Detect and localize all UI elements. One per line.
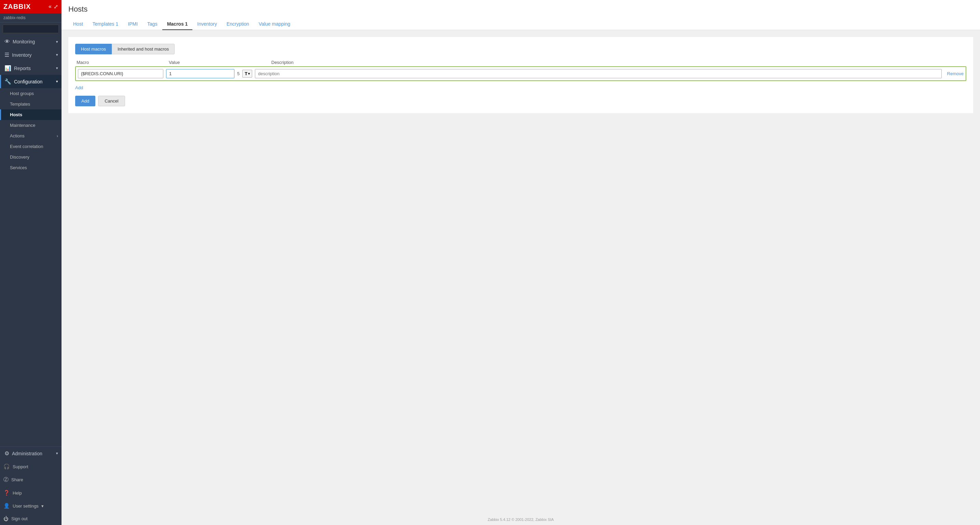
- sign-out-icon: ⏻: [3, 516, 8, 522]
- host-groups-label: Host groups: [10, 91, 34, 96]
- tab-value-mapping[interactable]: Value mapping: [254, 19, 295, 30]
- sidebar-item-help[interactable]: ❓ Help: [0, 486, 62, 500]
- share-icon: Ⓩ: [3, 476, 8, 483]
- tab-macros[interactable]: Macros 1: [162, 19, 193, 30]
- support-icon: 🎧: [3, 463, 10, 469]
- hosts-label: Hosts: [10, 112, 22, 117]
- support-label: Support: [13, 464, 29, 469]
- macro-description-input[interactable]: [255, 69, 942, 78]
- macro-remove-link[interactable]: Remove: [947, 71, 964, 76]
- macro-type-label: T: [245, 71, 247, 76]
- sidebar-item-share[interactable]: Ⓩ Share: [0, 473, 62, 486]
- sidebar-item-user-settings[interactable]: 👤 User settings ▾: [0, 500, 62, 512]
- inherited-macros-button[interactable]: Inherited and host macros: [112, 44, 175, 54]
- sidebar-user: zabbix-redis: [0, 13, 62, 22]
- macro-value-extra: 5: [237, 71, 240, 76]
- host-macros-button[interactable]: Host macros: [75, 44, 112, 54]
- macro-name-input[interactable]: [78, 69, 163, 78]
- sidebar-item-hosts[interactable]: Hosts: [0, 110, 62, 120]
- inventory-icon: ☰: [5, 52, 9, 58]
- tab-ipmi[interactable]: IPMI: [123, 19, 143, 30]
- search-input[interactable]: [3, 25, 59, 33]
- maintenance-label: Maintenance: [10, 123, 35, 128]
- user-settings-label: User settings: [13, 503, 38, 509]
- footer-text: Zabbix 5.4.12 © 2001-2022, Zabbix SIA: [488, 517, 554, 522]
- logo: ZABBIX: [3, 3, 31, 11]
- sidebar-item-host-groups[interactable]: Host groups: [0, 88, 62, 99]
- sidebar-item-discovery[interactable]: Discovery: [0, 152, 62, 162]
- tab-host[interactable]: Host: [68, 19, 88, 30]
- configuration-label: Configuration: [14, 79, 42, 84]
- chevron-reports-icon: ▾: [56, 66, 58, 70]
- help-label: Help: [13, 490, 22, 496]
- reports-icon: 📊: [5, 65, 11, 72]
- chevron-configuration-icon: ▾: [56, 79, 58, 84]
- inventory-label: Inventory: [12, 52, 32, 58]
- tab-tags[interactable]: Tags: [143, 19, 162, 30]
- services-label: Services: [10, 165, 27, 170]
- sidebar-header: ZABBIX « ⤢: [0, 0, 62, 13]
- tab-inventory[interactable]: Inventory: [192, 19, 222, 30]
- administration-icon: ⚙: [5, 450, 9, 457]
- main-content: Hosts Host Templates 1 IPMI Tags Macros …: [62, 0, 980, 525]
- page-title: Hosts: [68, 5, 973, 14]
- macro-col-header-value: Value: [167, 60, 270, 65]
- sidebar-item-event-correlation[interactable]: Event correlation: [0, 141, 62, 152]
- monitoring-label: Monitoring: [13, 39, 35, 45]
- configuration-icon: 🔧: [5, 78, 11, 85]
- user-settings-icon: 👤: [3, 503, 10, 509]
- sidebar-nav-reports[interactable]: 📊 Reports ▾: [0, 62, 62, 75]
- chevron-user-settings-icon: ▾: [41, 503, 44, 509]
- administration-label: Administration: [12, 451, 42, 456]
- discovery-label: Discovery: [10, 154, 29, 160]
- macro-row: 5 T ▾ Remove: [75, 66, 966, 81]
- tabs: Host Templates 1 IPMI Tags Macros 1 Inve…: [68, 19, 973, 30]
- chevron-monitoring-icon: ▾: [56, 40, 58, 44]
- sidebar-nav-monitoring[interactable]: 👁 Monitoring ▾: [0, 35, 62, 48]
- macro-add-link[interactable]: Add: [75, 85, 83, 90]
- action-buttons: Add Cancel: [75, 96, 966, 106]
- tab-templates[interactable]: Templates 1: [88, 19, 123, 30]
- sidebar-item-services[interactable]: Services: [0, 162, 62, 173]
- sign-out-label: Sign out: [11, 516, 28, 521]
- macro-toggle: Host macros Inherited and host macros: [75, 44, 966, 54]
- macro-col-header-macro: Macro: [75, 60, 167, 65]
- page-header: Hosts Host Templates 1 IPMI Tags Macros …: [62, 0, 980, 30]
- content-card: Host macros Inherited and host macros Ma…: [68, 37, 973, 113]
- sidebar-item-maintenance[interactable]: Maintenance: [0, 120, 62, 130]
- footer: Zabbix 5.4.12 © 2001-2022, Zabbix SIA: [62, 514, 980, 525]
- tab-encryption[interactable]: Encryption: [222, 19, 254, 30]
- macro-value-input[interactable]: [166, 69, 234, 78]
- reports-label: Reports: [14, 65, 31, 71]
- cancel-button[interactable]: Cancel: [98, 96, 125, 106]
- sidebar-nav-configuration[interactable]: 🔧 Configuration ▾: [0, 75, 62, 88]
- sidebar-header-icons: « ⤢: [49, 3, 58, 10]
- sidebar-item-actions[interactable]: Actions: [0, 130, 62, 141]
- macro-col-header-description: Description: [270, 60, 966, 65]
- event-correlation-label: Event correlation: [10, 144, 43, 149]
- macro-type-selector[interactable]: T ▾: [242, 70, 252, 78]
- chevron-administration-icon: ▾: [56, 451, 58, 456]
- sidebar-bottom: ⚙ Administration ▾ 🎧 Support Ⓩ Share ❓ H…: [0, 446, 62, 525]
- actions-label: Actions: [10, 133, 25, 138]
- sidebar-item-templates[interactable]: Templates: [0, 99, 62, 110]
- monitoring-icon: 👁: [5, 39, 10, 45]
- sidebar-item-sign-out[interactable]: ⏻ Sign out: [0, 512, 62, 525]
- content-area: Host macros Inherited and host macros Ma…: [62, 30, 980, 514]
- templates-label: Templates: [10, 102, 30, 107]
- sidebar: ZABBIX « ⤢ zabbix-redis 👁 Monitoring ▾ ☰…: [0, 0, 62, 525]
- help-icon: ❓: [3, 490, 10, 496]
- sidebar-nav-inventory[interactable]: ☰ Inventory ▾: [0, 48, 62, 62]
- sidebar-item-support[interactable]: 🎧 Support: [0, 460, 62, 473]
- expand-icon[interactable]: ⤢: [54, 3, 58, 10]
- search-bar: [0, 22, 62, 35]
- sidebar-nav-administration[interactable]: ⚙ Administration ▾: [0, 447, 62, 460]
- add-button[interactable]: Add: [75, 96, 95, 106]
- share-label: Share: [11, 477, 23, 482]
- chevron-inventory-icon: ▾: [56, 52, 58, 57]
- collapse-icon[interactable]: «: [49, 3, 52, 10]
- macro-type-chevron-icon: ▾: [248, 72, 250, 76]
- macro-table-header: Macro Value Description: [75, 60, 966, 66]
